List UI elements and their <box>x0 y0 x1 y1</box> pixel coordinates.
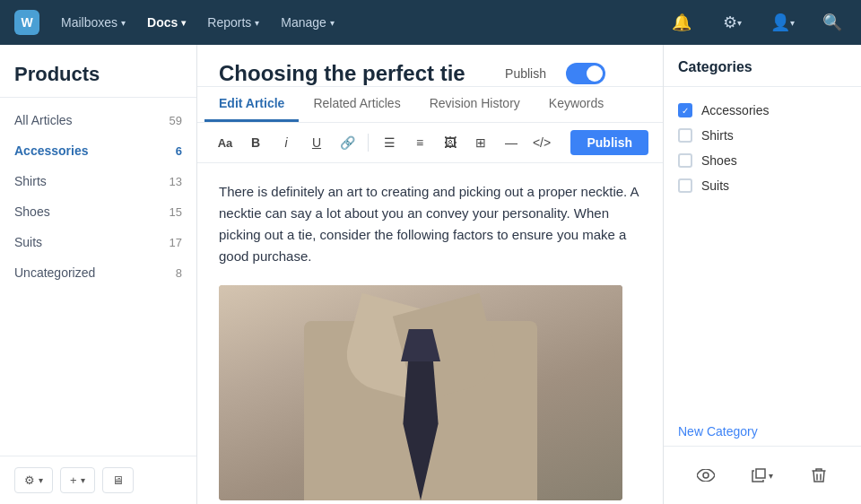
image-button[interactable]: 🖼 <box>437 130 464 155</box>
sidebar-footer: ⚙ ▾ + ▾ 🖥 <box>0 456 196 504</box>
chevron-down-icon: ▾ <box>769 471 773 481</box>
category-shoes[interactable]: Shoes <box>678 148 847 173</box>
table-button[interactable]: ⊞ <box>467 130 494 155</box>
tab-related-articles[interactable]: Related Articles <box>299 87 414 122</box>
category-list: ✓ Accessories Shirts Shoes Suits <box>664 87 861 417</box>
sidebar-item-suits[interactable]: Suits 17 <box>0 227 196 257</box>
topnav: W Mailboxes ▾ Docs ▾ Reports ▾ Manage ▾ … <box>0 0 861 45</box>
monitor-icon: 🖥 <box>112 474 124 487</box>
italic-button[interactable]: i <box>273 130 300 155</box>
sidebar-item-shoes[interactable]: Shoes 15 <box>0 196 196 227</box>
code-button[interactable]: </> <box>528 130 555 155</box>
nav-manage[interactable]: Manage ▾ <box>281 15 335 30</box>
nav-reports[interactable]: Reports ▾ <box>207 15 259 30</box>
sidebar-item-accessories[interactable]: Accessories 6 <box>0 135 196 166</box>
chevron-down-icon: ▾ <box>181 18 186 28</box>
category-shirts[interactable]: Shirts <box>678 123 847 148</box>
sidebar-item-all-articles[interactable]: All Articles 59 <box>0 105 196 135</box>
add-button[interactable]: + ▾ <box>60 467 95 493</box>
sidebar-item-shirts[interactable]: Shirts 13 <box>0 166 196 196</box>
gear-icon: ⚙ <box>24 474 35 487</box>
tab-revision-history[interactable]: Revision History <box>415 87 535 122</box>
display-button[interactable]: 🖥 <box>102 467 134 493</box>
logo: W <box>14 10 39 35</box>
publish-toggle[interactable] <box>566 63 605 84</box>
chevron-down-icon: ▾ <box>330 18 335 28</box>
right-panel-footer: ▾ <box>664 446 861 504</box>
categories-header: Categories <box>664 45 861 87</box>
publish-button[interactable]: Publish <box>570 130 648 155</box>
publish-label: Publish <box>505 66 546 81</box>
preview-icon[interactable] <box>690 459 722 491</box>
plus-icon: + <box>70 474 77 487</box>
main-content: Choosing the perfect tie Publish Edit Ar… <box>197 45 664 504</box>
editor-toolbar: Aa B i U 🔗 ☰ ≡ 🖼 ⊞ — </> Publish <box>197 123 663 163</box>
settings-button[interactable]: ⚙ ▾ <box>14 467 53 493</box>
chevron-down-icon: ▾ <box>39 475 43 485</box>
bold-button[interactable]: B <box>242 130 269 155</box>
sidebar-items: All Articles 59 Accessories 6 Shirts 13 … <box>0 98 196 456</box>
sidebar-header: Products <box>0 45 196 98</box>
right-panel: Categories ✓ Accessories Shirts Shoes Su… <box>664 45 861 504</box>
nav-mailboxes[interactable]: Mailboxes ▾ <box>61 15 126 30</box>
article-image <box>219 285 622 500</box>
category-accessories[interactable]: ✓ Accessories <box>678 98 847 123</box>
underline-button[interactable]: U <box>303 130 330 155</box>
chevron-down-icon: ▾ <box>121 18 126 28</box>
editor-text: There is definitely an art to creating a… <box>219 181 641 267</box>
layout: Products All Articles 59 Accessories 6 S… <box>0 45 861 504</box>
tab-edit-article[interactable]: Edit Article <box>204 87 299 122</box>
sidebar-item-uncategorized[interactable]: Uncategorized 8 <box>0 257 196 288</box>
bell-icon[interactable]: 🔔 <box>667 8 696 37</box>
align-button[interactable]: ≡ <box>406 130 433 155</box>
export-icon[interactable]: ▾ <box>746 459 778 491</box>
user-settings-icon[interactable]: ⚙▾ <box>718 8 746 37</box>
article-title: Choosing the perfect tie <box>219 61 491 86</box>
list-button[interactable]: ☰ <box>376 130 403 155</box>
editor-body: There is definitely an art to creating a… <box>197 163 663 504</box>
chevron-down-icon: ▾ <box>255 18 259 28</box>
divider-button[interactable]: — <box>498 130 525 155</box>
search-icon[interactable]: 🔍 <box>818 8 847 37</box>
tab-keywords[interactable]: Keywords <box>535 87 618 122</box>
nav-docs[interactable]: Docs ▾ <box>147 15 186 30</box>
checkbox-accessories[interactable]: ✓ <box>678 103 692 117</box>
avatar-icon[interactable]: 👤▾ <box>768 8 796 37</box>
tabs-row: Edit Article Related Articles Revision H… <box>197 87 663 123</box>
checkbox-shirts[interactable] <box>678 128 692 143</box>
link-button[interactable]: 🔗 <box>334 130 361 155</box>
article-header: Choosing the perfect tie Publish <box>197 45 663 87</box>
delete-icon[interactable] <box>803 459 835 491</box>
font-size-button[interactable]: Aa <box>212 130 239 155</box>
checkbox-shoes[interactable] <box>678 153 692 168</box>
checkbox-suits[interactable] <box>678 178 692 193</box>
category-suits[interactable]: Suits <box>678 173 847 198</box>
svg-point-0 <box>703 473 709 478</box>
toolbar-divider-1 <box>368 134 369 152</box>
sidebar: Products All Articles 59 Accessories 6 S… <box>0 45 197 504</box>
chevron-down-icon: ▾ <box>81 475 85 485</box>
new-category-link[interactable]: New Category <box>664 417 861 446</box>
